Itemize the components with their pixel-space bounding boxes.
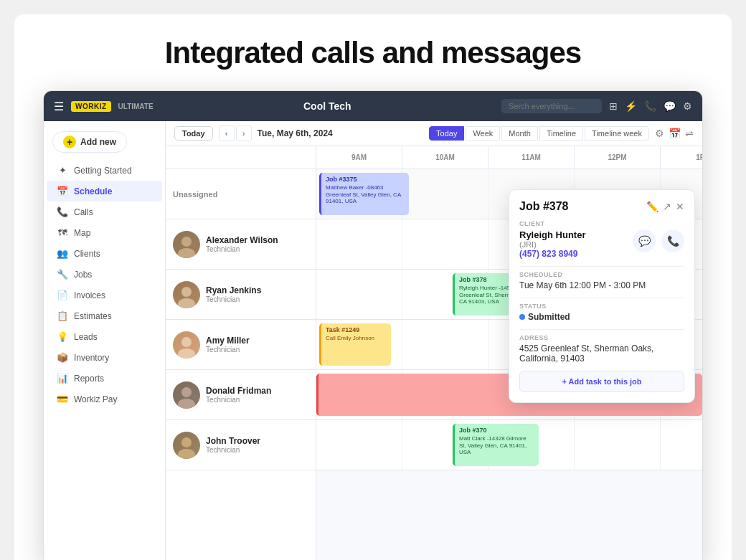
settings-icon[interactable]: ⚙ [683,100,692,112]
client-phone[interactable]: (457) 823 8949 [519,249,585,259]
avatar-img-amy [173,331,200,359]
svg-point-5 [178,348,195,359]
workiz-badge: WORKIZ [71,101,111,112]
calendar-icon[interactable]: 📅 [669,128,681,139]
svg-point-8 [181,437,192,447]
search-input[interactable] [501,99,602,113]
sidebar-item-workiz-pay[interactable]: 💳 Workiz Pay [47,389,162,409]
svg-point-1 [178,248,195,258]
block-job-3375[interactable]: Job #3375 Matthew Baker -08463 Greenleaf… [319,173,409,215]
popup-header: Job #378 ✏️ ↗ ✕ [519,200,684,213]
schedule-icon: 📅 [57,186,68,196]
popup-title: Job #378 [519,200,568,213]
sidebar-item-reports[interactable]: 📊 Reports [47,368,162,389]
tech-row-ryan: Ryan Jenkins Technician [166,270,316,320]
svg-point-0 [181,237,192,247]
tech-row-john: John Troover Technician [166,420,316,470]
tech-row-donald: Donald Fridman Technician [166,370,316,420]
tech-name-amy: Amy Miller [206,336,250,346]
tech-info-donald: Donald Fridman Technician [206,386,271,404]
add-task-button[interactable]: + Add task to this job [519,371,684,392]
workiz-pay-icon: 💳 [57,394,68,404]
cell-alex-9 [316,219,402,269]
job-popup: Job #378 ✏️ ↗ ✕ CLIENT [509,189,695,403]
add-new-label: Add new [80,137,116,147]
sidebar-item-invoices[interactable]: 📄 Invoices [47,285,162,305]
popup-close-icon[interactable]: ✕ [676,201,684,212]
contact-icons: 💬 📞 [633,229,684,252]
unassigned-label: Unassigned [173,190,217,199]
next-arrow[interactable]: › [236,125,252,141]
map-icon: 🗺 [57,227,68,238]
sidebar-item-clients[interactable]: 👥 Clients [47,243,162,264]
prev-arrow[interactable]: ‹ [219,125,235,141]
time-1pm: 1PM [661,146,702,169]
popup-scheduled-value: Tue May 6th 12:00 PM - 3:00 PM [519,280,684,290]
company-name: Cool Tech [161,100,494,112]
popup-client-row: Ryleigh Hunter (JRI) (457) 823 8949 💬 📞 [519,229,684,259]
add-new-button[interactable]: + Add new [52,131,127,153]
sidebar-label-estimates: Estimates [74,311,112,321]
popup-scheduled-label: SCHEDULED [519,271,684,278]
svg-point-9 [178,449,195,459]
cell-john-9 [316,420,402,470]
sidebar-item-getting-started[interactable]: ✦ Getting Started [47,160,162,181]
sidebar-label-clients: Clients [74,249,100,259]
popup-open-icon[interactable]: ↗ [663,201,671,212]
sidebar-item-estimates[interactable]: 📋 Estimates [47,305,162,326]
nav-arrows: ‹ › [219,125,252,141]
sidebar-label-jobs: Jobs [74,270,92,280]
workiz-tier: ULTIMATE [118,103,154,110]
settings2-icon[interactable]: ⚙ [655,128,664,139]
sidebar-item-schedule[interactable]: 📅 Schedule [47,181,162,201]
top-nav: ☰ WORKIZ ULTIMATE Cool Tech ⊞ ⚡ 📞 💬 ⚙ [44,91,702,121]
popup-edit-icon[interactable]: ✏️ [646,201,658,212]
avatar-img-alexander [173,231,200,258]
svg-point-7 [178,399,195,409]
chat-icon[interactable]: 💬 [664,100,676,112]
popup-actions: ✏️ ↗ ✕ [646,201,684,212]
sidebar-item-map[interactable]: 🗺 Map [47,222,162,243]
view-tab-week[interactable]: Week [466,126,500,141]
getting-started-icon: ✦ [57,165,68,176]
popup-divider-3 [519,329,684,330]
grid-row-john: Job #370 Matt Clark -14328 Gilmore St, V… [316,420,702,470]
popup-client-section: CLIENT Ryleigh Hunter (JRI) (457) 823 89… [519,220,684,259]
block-task-1249[interactable]: Task #1249 Call Emily Johnson [319,323,391,366]
avatar-alexander [173,231,200,258]
hamburger-icon[interactable]: ☰ [54,100,64,113]
status-dot [519,314,525,320]
tech-name-john: John Troover [206,436,260,446]
sidebar-label-invoices: Invoices [74,290,105,300]
lightning-icon[interactable]: ⚡ [625,100,637,112]
clients-icon: 👥 [57,248,68,259]
tech-info-john: John Troover Technician [206,436,260,454]
tech-row-amy: Amy Miller Technician [166,320,316,370]
view-tab-month[interactable]: Month [501,126,538,141]
sidebar-label-getting-started: Getting Started [74,166,132,176]
view-tab-timeline-week[interactable]: Timeline week [585,126,649,141]
sidebar-item-inventory[interactable]: 📦 Inventory [47,347,162,368]
block-job-370[interactable]: Job #370 Matt Clark -14328 Gilmore St, V… [453,424,539,466]
view-tab-today[interactable]: Today [429,126,464,141]
sidebar-item-leads[interactable]: 💡 Leads [47,326,162,347]
phone-icon[interactable]: 📞 [644,100,656,112]
today-button[interactable]: Today [174,126,213,141]
sidebar-item-jobs[interactable]: 🔧 Jobs [47,264,162,285]
call-button[interactable]: 📞 [661,229,684,252]
view-tabs: Today Week Month Timeline Timeline week [429,126,649,141]
filter-icon[interactable]: ⇌ [685,128,694,139]
view-tab-timeline[interactable]: Timeline [539,126,583,141]
popup-status-value: Submitted [519,312,684,322]
sidebar-item-calls[interactable]: 📞 Calls [47,201,162,222]
time-9am: 9AM [316,146,402,169]
status-text: Submitted [528,312,570,322]
grid-icon[interactable]: ⊞ [609,100,618,112]
avatar-img-ryan [173,281,200,308]
content-area: Today ‹ › Tue, May 6th, 2024 Today Week … [166,121,702,560]
client-name: Ryleigh Hunter [519,229,585,240]
scheduler-right: 9AM 10AM 11AM 12PM 1PM 2PM [316,146,702,560]
tech-role-john: Technician [206,446,260,454]
svg-point-6 [181,387,192,397]
sms-button[interactable]: 💬 [633,229,656,252]
